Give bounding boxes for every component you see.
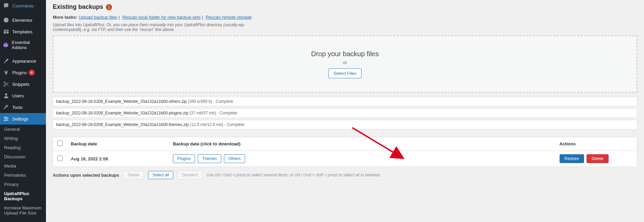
file-meta: (389 b/389 b) - Complete (188, 99, 233, 104)
svg-point-3 (4, 82, 5, 83)
backup-table: Backup date Backup data (click to downlo… (53, 137, 637, 167)
file-name: backup_2022-08-18-0208_Example_Website_3… (56, 111, 188, 115)
sidebar-sub-reading[interactable]: Reading (0, 143, 46, 152)
th-backup-data: Backup data (click to download) (169, 137, 556, 151)
sidebar-item-users[interactable]: Users (0, 90, 46, 101)
sidebar-sub-media[interactable]: Media (0, 161, 46, 171)
sidebar-label: Templates (12, 29, 32, 34)
select-all-button[interactable]: Select all (148, 171, 174, 179)
sidebar-item-settings[interactable]: Settings (0, 113, 46, 125)
wrench-icon (3, 104, 10, 111)
more-tasks-row: More tasks: Upload backup files| Rescan … (53, 15, 637, 20)
sidebar-sub-updraftplus-backups[interactable]: UpdraftPlus Backups (0, 189, 46, 203)
file-meta: (37 mb/37 mb) - Complete (189, 111, 237, 115)
delete-button[interactable]: Delete (586, 154, 609, 163)
bulk-actions-hint: Use ctrl / cmd + press to select several… (206, 173, 380, 177)
sidebar-sub-writing[interactable]: Writing (0, 134, 46, 143)
sidebar-label: Settings (12, 116, 28, 122)
sidebar-item-tools[interactable]: Tools (0, 101, 46, 113)
sidebar-sub-privacy[interactable]: Privacy (0, 180, 46, 189)
sidebar-item-essential-addons[interactable]: EA Essential Addons (0, 37, 46, 52)
file-meta: (12.9 mb/12.9 mb) - Complete (190, 122, 244, 127)
select-files-button[interactable]: Select Files (328, 68, 361, 78)
page-heading: Existing backups (53, 3, 103, 11)
row-checkbox[interactable] (57, 156, 63, 161)
sidebar-sub-increase-maximum-upload-file-size[interactable]: Increase Maximum Upload File Size (0, 203, 46, 218)
upload-status-bar: backup_2022-08-18-0208_Example_Website_3… (53, 120, 637, 129)
sidebar-label: Comments (12, 3, 34, 9)
download-plugins-button[interactable]: Plugins (173, 154, 195, 163)
backup-date: Aug 18, 2022 2:08 (71, 156, 108, 161)
dropzone-or: or (343, 60, 347, 65)
link-upload-backup[interactable]: Upload backup files (79, 15, 117, 20)
essential-icon: EA (3, 42, 9, 48)
plugins-count-badge: 4 (29, 69, 35, 76)
link-rescan-local[interactable]: Rescan local folder for new backup sets (122, 15, 200, 20)
help-text: Upload files into UpdraftPlus. Or, you c… (53, 22, 254, 32)
bulk-delete-button[interactable]: Delete (123, 171, 144, 179)
deselect-button[interactable]: Deselect (177, 171, 202, 179)
dropzone[interactable]: Drop your backup files or Select Files (53, 35, 637, 93)
bulk-actions-bar: Actions upon selected backups Delete Sel… (53, 171, 637, 179)
sidebar-label: Appearance (12, 59, 36, 64)
link-rescan-remote[interactable]: Rescan remote storage (206, 15, 252, 20)
bulk-actions-label: Actions upon selected backups (53, 173, 119, 178)
sliders-icon (3, 115, 10, 122)
file-name: backup_2022-08-18-0208_Example_Website_3… (56, 99, 187, 104)
download-themes-button[interactable]: Themes (198, 154, 221, 163)
svg-text:EA: EA (4, 44, 8, 47)
sidebar-label: Tools (12, 105, 22, 110)
svg-point-0 (4, 18, 9, 22)
sidebar-sub-discussion[interactable]: Discussion (0, 152, 46, 161)
elementor-icon (3, 17, 10, 23)
restore-button[interactable]: Restore (560, 154, 584, 163)
upload-status-bar: backup_2022-08-18-0208_Example_Website_3… (53, 108, 637, 118)
svg-point-5 (5, 93, 7, 95)
upload-status-bar: backup_2022-08-18-0208_Example_Website_3… (53, 97, 637, 106)
brush-icon (3, 58, 10, 64)
download-others-button[interactable]: Others (224, 154, 245, 163)
table-row: Aug 18, 2022 2:08 Plugins Themes Others … (53, 151, 637, 167)
sidebar-label: Elementor (12, 18, 32, 23)
sidebar-sub-general[interactable]: General (0, 125, 46, 134)
sidebar-label: Users (12, 93, 24, 98)
file-name: backup_2022-08-18-0208_Example_Website_3… (56, 122, 189, 127)
scissors-icon (3, 81, 10, 88)
sidebar-label: Snippets (12, 82, 30, 87)
templates-icon (3, 28, 10, 35)
user-icon (3, 92, 10, 99)
th-actions: Actions (556, 137, 637, 151)
sidebar-label: Essential Addons (12, 40, 43, 50)
comments-icon (3, 2, 10, 9)
sidebar-item-templates[interactable]: Templates (0, 26, 46, 37)
heading-badge: 1 (106, 4, 112, 10)
plug-icon (3, 69, 10, 76)
more-tasks-label: More tasks: (53, 15, 77, 20)
dropzone-title: Drop your backup files (311, 50, 379, 58)
main-content: Existing backups 1 More tasks: Upload ba… (46, 0, 644, 222)
th-backup-date: Backup date (67, 137, 169, 151)
admin-sidebar: Comments Elementor Templates EA Essentia… (0, 0, 46, 222)
sidebar-label: Plugins (12, 70, 27, 75)
sidebar-item-appearance[interactable]: Appearance (0, 55, 46, 67)
sidebar-item-elementor[interactable]: Elementor (0, 14, 46, 26)
svg-point-4 (4, 85, 5, 86)
sidebar-sub-permalinks[interactable]: Permalinks (0, 171, 46, 180)
sidebar-item-comments[interactable]: Comments (0, 0, 46, 12)
sidebar-item-snippets[interactable]: Snippets (0, 78, 46, 90)
sidebar-item-plugins[interactable]: Plugins 4 (0, 67, 46, 78)
select-all-checkbox[interactable] (57, 141, 63, 146)
